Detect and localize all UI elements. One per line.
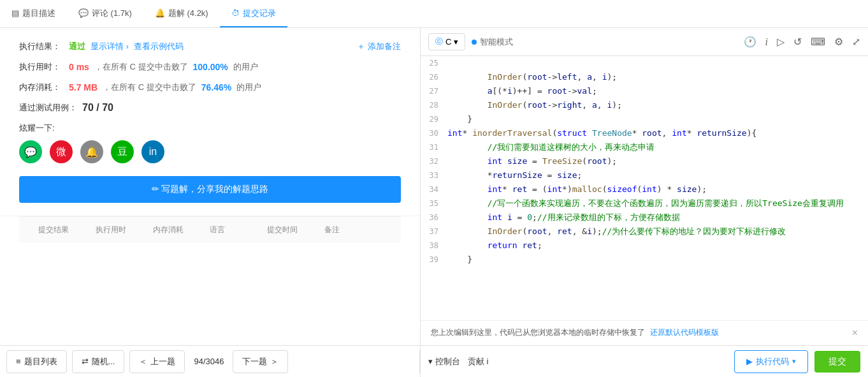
random-icon: ⇄ (82, 357, 89, 366)
linkedin-icon: in (149, 146, 157, 158)
share-bell-button[interactable]: 🔔 (80, 140, 103, 163)
test-cases-label: 通过测试用例： (19, 102, 77, 114)
pass-status: 通过 (69, 41, 85, 52)
exec-result-label: 执行结果： (19, 41, 64, 52)
execution-result-row: 执行结果： 通过 显示详情 › 查看示例代码 ＋ 添加备注 (19, 41, 401, 52)
info-icon[interactable]: i (765, 36, 768, 48)
c-icon: ⓒ (435, 36, 443, 47)
prev-button[interactable]: ＜ 上一题 (129, 350, 185, 373)
bottom-bar-left: ≡ 题目列表 ⇄ 随机... ＜ 上一题 94/3046 下一题 ＞ (0, 345, 420, 377)
restore-default-link[interactable]: 还原默认代码模板版 (650, 327, 719, 338)
left-bottom-nav: ≡ 题目列表 ⇄ 随机... ＜ 上一题 94/3046 下一题 ＞ (0, 350, 420, 373)
language-selector[interactable]: ⓒ C ▾ (428, 33, 465, 50)
chevron-down-icon: ▾ (454, 37, 458, 47)
exec-time-value: 0 ms (69, 62, 89, 72)
smart-mode-indicator: 智能模式 (472, 36, 513, 48)
mem-desc: ，在所有 C 提交中击败了 (103, 82, 196, 93)
solution-icon: 🔔 (155, 8, 165, 18)
run-dropdown-icon: ▾ (792, 357, 796, 366)
code-line-35: 35 //写一个函数来实现遍历，不要在这个函数遍历，因为遍历需要递归，所以Tre… (421, 196, 868, 211)
toolbar-icons: 🕐 i ▷ ↺ ⌨ ⚙ ⤢ (744, 36, 860, 48)
tab-comments[interactable]: 💬 评论 (1.7k) (67, 0, 143, 27)
contribute-button[interactable]: 贡献 i (468, 356, 489, 367)
main-content: 执行结果： 通过 显示详情 › 查看示例代码 ＋ 添加备注 执行用时： 0 ms… (0, 28, 868, 377)
code-line-30: 30 int* inorderTraversal(struct TreeNode… (421, 126, 868, 140)
tab-description[interactable]: ▤ 题目描述 (0, 0, 67, 27)
tab-solutions[interactable]: 🔔 题解 (4.2k) (143, 0, 220, 27)
history-header: 提交结果 执行用时 内存消耗 语言 提交时间 备注 (19, 216, 401, 243)
weibo-icon: 微 (56, 145, 66, 159)
share-label: 炫耀一下: (19, 122, 401, 134)
code-line-38: 38 return ret; (421, 239, 868, 253)
view-example-link[interactable]: 查看示例代码 (134, 41, 184, 52)
result-area: 执行结果： 通过 显示详情 › 查看示例代码 ＋ 添加备注 执行用时： 0 ms… (0, 28, 420, 345)
submit-button[interactable]: 提交 (814, 351, 860, 373)
mem-percent: 76.46% (201, 82, 231, 92)
code-line-26: 26 InOrder(root->left, a, i); (421, 70, 868, 84)
col-note: 备注 (324, 225, 382, 235)
notification-bar: 您上次编辑到这里，代码已从您浏览器本地的临时存储中恢复了 还原默认代码模板版 × (421, 320, 868, 345)
share-weibo-button[interactable]: 微 (50, 140, 73, 163)
tab-submissions[interactable]: ⏱ 提交记录 (220, 0, 287, 27)
share-icons: 💬 微 🔔 豆 in (19, 140, 401, 163)
code-line-28: 28 InOrder(root->right, a, i); (421, 98, 868, 112)
chevron-right-icon: ＞ (270, 356, 278, 367)
col-submit-time: 提交时间 (267, 225, 324, 235)
list-icon: ≡ (16, 357, 21, 366)
add-note-link[interactable]: ＋ 添加备注 (357, 41, 401, 52)
test-cases-row: 通过测试用例： 70 / 70 (19, 102, 401, 114)
settings-icon[interactable]: ⚙ (834, 36, 843, 48)
col-mem: 内存消耗 (153, 225, 210, 235)
mem-usage-row: 内存消耗： 5.7 MB ，在所有 C 提交中击败了 76.46% 的用户 (19, 82, 401, 93)
mem-label: 内存消耗： (19, 82, 64, 93)
console-button[interactable]: ▾ 控制台 (428, 356, 460, 367)
random-button[interactable]: ⇄ 随机... (72, 350, 125, 373)
col-result: 提交结果 (38, 225, 96, 235)
restore-icon[interactable]: ↺ (793, 36, 802, 48)
code-line-25: 25 (421, 56, 868, 70)
terminal-icon[interactable]: ⌨ (811, 36, 825, 48)
expand-icon[interactable]: ⤢ (852, 36, 860, 48)
code-line-34: 34 int* ret = (int*)malloc(sizeof(int) *… (421, 182, 868, 196)
notification-text: 您上次编辑到这里，代码已从您浏览器本地的临时存储中恢复了 (431, 327, 645, 338)
left-panel: 执行结果： 通过 显示详情 › 查看示例代码 ＋ 添加备注 执行用时： 0 ms… (0, 28, 421, 377)
editor-toolbar: ⓒ C ▾ 智能模式 🕐 i ▷ ↺ ⌨ ⚙ ⤢ (421, 28, 868, 56)
next-button[interactable]: 下一题 ＞ (233, 350, 288, 373)
comment-icon: 💬 (78, 8, 89, 18)
right-panel: ⓒ C ▾ 智能模式 🕐 i ▷ ↺ ⌨ ⚙ ⤢ 25 (421, 28, 868, 377)
action-buttons: ▶ 执行代码 ▾ 提交 (734, 350, 860, 373)
col-lang: 语言 (210, 225, 267, 235)
close-notification-button[interactable]: × (852, 327, 858, 339)
mem-suffix: 的用户 (236, 82, 261, 93)
share-linkedin-button[interactable]: in (141, 140, 164, 163)
bell-icon: 🔔 (85, 146, 98, 158)
wechat-icon: 💬 (24, 146, 37, 158)
code-line-39: 39 } (421, 253, 868, 267)
douban-icon: 豆 (117, 145, 127, 159)
share-wechat-button[interactable]: 💬 (19, 140, 42, 163)
code-editor[interactable]: 25 26 InOrder(root->left, a, i); 27 a[(*… (421, 56, 868, 320)
col-time: 执行用时 (96, 225, 153, 235)
code-line-33: 33 *returnSize = size; (421, 168, 868, 182)
play-icon[interactable]: ▷ (777, 36, 785, 48)
page-info: 94/3046 (185, 357, 233, 366)
code-line-32: 32 int size = TreeSize(root); (421, 154, 868, 168)
exec-time-suffix: 的用户 (233, 61, 258, 73)
code-line-29: 29 } (421, 112, 868, 126)
code-line-37: 37 InOrder(root, ret, &i);//为什么要传下标的地址？因… (421, 225, 868, 239)
mem-value: 5.7 MB (69, 82, 98, 92)
timer-icon: ⏱ (231, 8, 240, 18)
run-code-button[interactable]: ▶ 执行代码 ▾ (734, 350, 808, 373)
run-icon: ▶ (746, 357, 753, 366)
clock-icon[interactable]: 🕐 (744, 36, 756, 48)
smart-dot (472, 40, 477, 45)
share-douban-button[interactable]: 豆 (111, 140, 134, 163)
exec-time-label: 执行用时： (19, 61, 64, 73)
show-details-link[interactable]: 显示详情 › (90, 41, 129, 52)
write-solution-button[interactable]: ✏ 写题解，分享我的解题思路 (19, 176, 401, 203)
bottom-bar-right: ▾ 控制台 贡献 i ▶ 执行代码 ▾ 提交 (421, 345, 868, 377)
problem-list-button[interactable]: ≡ 题目列表 (6, 350, 67, 373)
console-icon: ▾ (428, 357, 433, 366)
tab-bar: ▤ 题目描述 💬 评论 (1.7k) 🔔 题解 (4.2k) ⏱ 提交记录 (0, 0, 868, 28)
code-line-27: 27 a[(*i)++] = root->val; (421, 84, 868, 98)
